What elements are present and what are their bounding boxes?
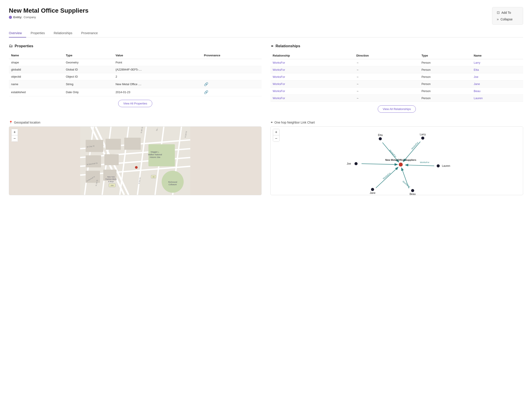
link-chart-icon: ⚭: [270, 121, 273, 124]
collapse-label: Collapse: [500, 18, 512, 21]
svg-text:Joe: Joe: [347, 162, 351, 165]
provenance-icon[interactable]: 🔗: [204, 90, 208, 94]
rel-type: Person: [419, 66, 472, 74]
rel-name-link[interactable]: Lauren: [474, 96, 483, 100]
table-row: WorksFor ← Person Larry: [270, 59, 523, 66]
rel-link[interactable]: WorksFor: [273, 68, 285, 71]
rel-name-link[interactable]: Jane: [474, 82, 480, 86]
chart-zoom-out-button[interactable]: −: [273, 135, 279, 142]
properties-title: Properties: [15, 44, 33, 48]
svg-point-62: [411, 189, 414, 192]
prop-value: 2014-01-23: [113, 88, 202, 96]
svg-text:Walker National: Walker National: [148, 154, 162, 156]
svg-text:New York: New York: [107, 176, 115, 178]
prop-name: objectid: [9, 73, 64, 80]
prop-type: String: [64, 80, 113, 88]
table-row: established Date Only 2014-01-23 🔗: [9, 88, 262, 96]
table-row: WorksFor ← Person Lauren: [270, 95, 523, 102]
add-to-icon: ⊡: [497, 10, 500, 15]
rel-link[interactable]: WorksFor: [273, 61, 285, 64]
table-row: objectid Object ID 2: [9, 73, 262, 80]
prop-type: Object ID: [64, 73, 113, 80]
svg-text:& Boys: & Boys: [108, 181, 114, 182]
properties-section-header: 🗂 Properties: [9, 44, 262, 48]
tab-overview[interactable]: Overview: [9, 29, 26, 37]
svg-text:New Metal Office Suppliers: New Metal Office Suppliers: [385, 159, 416, 161]
svg-text:Beau: Beau: [410, 193, 416, 195]
rel-direction: ←: [354, 81, 419, 88]
svg-rect-15: [124, 138, 141, 150]
svg-text:Historic Site: Historic Site: [150, 156, 160, 158]
tab-properties[interactable]: Properties: [26, 29, 49, 37]
tab-relationships[interactable]: Relationships: [49, 29, 77, 37]
prop-type: Geometry: [64, 59, 113, 66]
prop-prov: [202, 66, 262, 73]
tab-provenance[interactable]: Provenance: [77, 29, 102, 37]
page-header: New Metal Office Suppliers Entity: Compa…: [9, 7, 523, 25]
rel-name-link[interactable]: Larry: [474, 61, 480, 64]
col-rel-type: Type: [419, 52, 472, 59]
entity-label: Entity:: [13, 15, 22, 19]
prop-type: Global ID: [64, 66, 113, 73]
svg-point-66: [399, 162, 403, 167]
svg-point-42: [135, 166, 138, 169]
rel-direction: ←: [354, 88, 419, 95]
rel-direction: ←: [354, 59, 419, 66]
col-direction: Direction: [354, 52, 419, 59]
properties-section: 🗂 Properties Name Type Value Provenance …: [9, 44, 262, 113]
svg-text:WorksFor: WorksFor: [420, 161, 430, 163]
rel-name-link[interactable]: Etta: [474, 68, 479, 71]
properties-table: Name Type Value Provenance shape Geometr…: [9, 52, 262, 96]
svg-text:WorksFor: WorksFor: [389, 149, 397, 158]
view-all-properties-button[interactable]: View All Properties: [118, 100, 152, 107]
col-provenance: Provenance: [202, 52, 262, 59]
add-to-button[interactable]: ⊡ Add To: [497, 10, 511, 15]
collapse-button[interactable]: » Collapse: [497, 17, 512, 22]
svg-point-58: [354, 162, 358, 165]
provenance-icon[interactable]: 🔗: [204, 82, 208, 86]
svg-text:Coliseum: Coliseum: [168, 183, 177, 186]
rel-direction: ←: [354, 66, 419, 74]
table-row: shape Geometry Point: [9, 59, 262, 66]
svg-text:Fashion Mens: Fashion Mens: [106, 178, 117, 180]
svg-text:33: 33: [153, 176, 154, 178]
prop-name: globalid: [9, 66, 64, 73]
map-zoom-out-button[interactable]: −: [12, 135, 18, 142]
prop-name: shape: [9, 59, 64, 66]
rel-name-link[interactable]: Joe: [474, 75, 478, 79]
relationships-section-header: ⚭ Relationships: [270, 44, 523, 48]
prop-prov: 🔗: [202, 80, 262, 88]
geo-section-header: 📍 Geospatial location: [9, 121, 262, 124]
table-row: WorksFor ← Person Joe: [270, 74, 523, 81]
rel-name-link[interactable]: Beau: [474, 89, 480, 93]
map-zoom-controls: + −: [11, 129, 18, 142]
link-chart-section-header: ⚭ One hop Neighbor Link Chart: [270, 121, 523, 124]
link-chart-section: ⚭ One hop Neighbor Link Chart + −: [270, 121, 523, 195]
table-row: name String New Metal Office .... 🔗: [9, 80, 262, 88]
svg-line-45: [362, 164, 397, 165]
svg-point-56: [421, 137, 424, 140]
table-row: globalid Global ID {A228944F-0EF5-....: [9, 66, 262, 73]
rel-link[interactable]: WorksFor: [273, 75, 285, 79]
prop-prov: 🔗: [202, 88, 262, 96]
svg-text:Etta: Etta: [378, 134, 383, 137]
link-chart-title: One hop Neighbor Link Chart: [274, 121, 315, 124]
rel-link[interactable]: WorksFor: [273, 89, 285, 93]
rel-link[interactable]: WorksFor: [273, 82, 285, 86]
geo-icon: 📍: [9, 121, 13, 124]
svg-text:WorksFor: WorksFor: [411, 141, 419, 150]
geo-title: Geospatial location: [14, 121, 40, 124]
col-relationship: Relationship: [270, 52, 354, 59]
chart-zoom-in-button[interactable]: +: [273, 129, 279, 135]
svg-rect-14: [106, 139, 121, 150]
rel-type: Person: [419, 74, 472, 81]
properties-icon: 🗂: [9, 44, 13, 48]
svg-text:250: 250: [111, 184, 114, 187]
chart-container: + −: [270, 126, 523, 195]
add-to-label: Add To: [501, 11, 511, 14]
view-all-relationships-button[interactable]: View All Relationships: [378, 105, 416, 113]
geo-section: 📍 Geospatial location + −: [9, 121, 262, 195]
svg-point-60: [371, 188, 374, 191]
rel-link[interactable]: WorksFor: [273, 96, 285, 100]
map-zoom-in-button[interactable]: +: [12, 129, 18, 135]
